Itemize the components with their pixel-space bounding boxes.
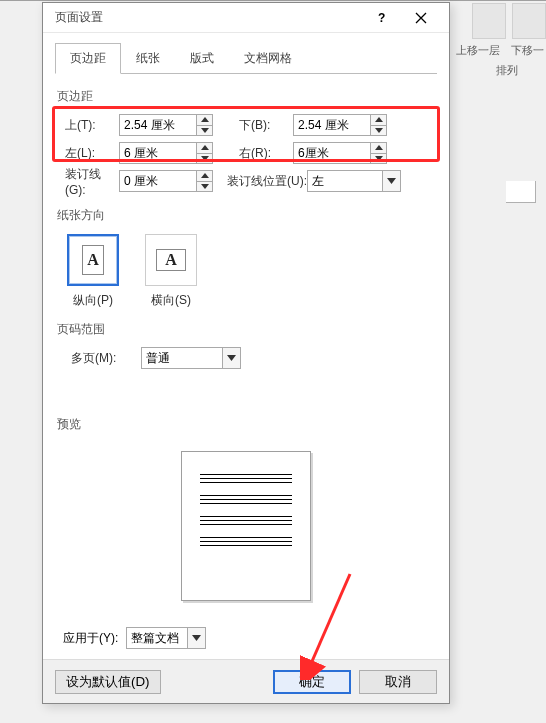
tab-margin[interactable]: 页边距 bbox=[55, 43, 121, 74]
top-up-icon[interactable] bbox=[197, 115, 212, 126]
chevron-down-icon[interactable] bbox=[187, 628, 205, 648]
gutterpos-value: 左 bbox=[308, 173, 382, 190]
tab-layout[interactable]: 版式 bbox=[175, 43, 229, 74]
chevron-down-icon[interactable] bbox=[382, 171, 400, 191]
close-button[interactable] bbox=[401, 4, 441, 32]
left-label: 左(L): bbox=[57, 145, 119, 162]
ribbon-arrange-label: 排列 bbox=[496, 63, 518, 78]
page-preview bbox=[181, 451, 311, 601]
bottom-label: 下(B): bbox=[231, 117, 293, 134]
help-button[interactable]: ? bbox=[361, 4, 401, 32]
section-orientation-label: 纸张方向 bbox=[57, 207, 435, 224]
orientation-landscape[interactable]: A 横向(S) bbox=[145, 234, 197, 309]
gutter-spinner[interactable] bbox=[119, 170, 213, 192]
chevron-down-icon[interactable] bbox=[222, 348, 240, 368]
page-setup-dialog: 页面设置 ? 页边距 纸张 版式 文档网格 页边距 上(T): 下(B): bbox=[42, 2, 450, 704]
ribbon-front-label: 上移一层 bbox=[456, 43, 500, 58]
bring-forward-icon bbox=[472, 3, 506, 39]
bottom-up-icon[interactable] bbox=[371, 115, 386, 126]
section-preview-label: 预览 bbox=[57, 416, 435, 433]
right-up-icon[interactable] bbox=[371, 143, 386, 154]
row-left-right: 左(L): 右(R): bbox=[57, 139, 435, 167]
applyto-label: 应用于(Y): bbox=[63, 630, 118, 647]
tab-strip: 页边距 纸张 版式 文档网格 bbox=[43, 33, 449, 74]
gutter-up-icon[interactable] bbox=[197, 171, 212, 182]
left-down-icon[interactable] bbox=[197, 154, 212, 164]
bottom-down-icon[interactable] bbox=[371, 126, 386, 136]
ribbon-back-label: 下移一 bbox=[511, 43, 544, 58]
left-up-icon[interactable] bbox=[197, 143, 212, 154]
portrait-label: 纵向(P) bbox=[73, 292, 113, 309]
cancel-button[interactable]: 取消 bbox=[359, 670, 437, 694]
orientation-portrait[interactable]: A 纵向(P) bbox=[67, 234, 119, 309]
section-pagerange-label: 页码范围 bbox=[57, 321, 435, 338]
landscape-icon: A bbox=[145, 234, 197, 286]
send-backward-icon bbox=[512, 3, 546, 39]
landscape-label: 横向(S) bbox=[151, 292, 191, 309]
multipage-label: 多页(M): bbox=[63, 350, 141, 367]
left-spinner[interactable] bbox=[119, 142, 213, 164]
row-top-bottom: 上(T): 下(B): bbox=[57, 111, 435, 139]
dialog-body: 页边距 上(T): 下(B): 左(L): bbox=[43, 74, 449, 659]
gutterpos-label: 装订线位置(U): bbox=[223, 173, 307, 190]
bottom-spinner[interactable] bbox=[293, 114, 387, 136]
right-label: 右(R): bbox=[231, 145, 293, 162]
orientation-row: A 纵向(P) A 横向(S) bbox=[57, 230, 435, 311]
top-label: 上(T): bbox=[57, 117, 119, 134]
row-applyto: 应用于(Y): 整篇文档 bbox=[57, 615, 435, 655]
bottom-input[interactable] bbox=[294, 115, 370, 135]
right-input[interactable] bbox=[294, 143, 370, 163]
tab-paper[interactable]: 纸张 bbox=[121, 43, 175, 74]
right-spinner[interactable] bbox=[293, 142, 387, 164]
left-input[interactable] bbox=[120, 143, 196, 163]
applyto-value: 整篇文档 bbox=[127, 630, 187, 647]
top-spinner[interactable] bbox=[119, 114, 213, 136]
dialog-title: 页面设置 bbox=[51, 9, 361, 26]
multipage-select[interactable]: 普通 bbox=[141, 347, 241, 369]
ok-button[interactable]: 确定 bbox=[273, 670, 351, 694]
top-down-icon[interactable] bbox=[197, 126, 212, 136]
titlebar: 页面设置 ? bbox=[43, 3, 449, 33]
svg-text:?: ? bbox=[378, 12, 385, 24]
right-down-icon[interactable] bbox=[371, 154, 386, 164]
applyto-select[interactable]: 整篇文档 bbox=[126, 627, 206, 649]
gutter-down-icon[interactable] bbox=[197, 182, 212, 192]
gutterpos-select[interactable]: 左 bbox=[307, 170, 401, 192]
portrait-icon: A bbox=[67, 234, 119, 286]
doc-corner bbox=[506, 181, 536, 203]
top-input[interactable] bbox=[120, 115, 196, 135]
multipage-value: 普通 bbox=[142, 350, 222, 367]
row-multipage: 多页(M): 普通 bbox=[57, 344, 435, 372]
dialog-footer: 设为默认值(D) 确定 取消 bbox=[43, 659, 449, 703]
gutter-label: 装订线(G): bbox=[57, 166, 119, 197]
section-margins-label: 页边距 bbox=[57, 88, 435, 105]
set-default-button[interactable]: 设为默认值(D) bbox=[55, 670, 161, 694]
tab-docgrid[interactable]: 文档网格 bbox=[229, 43, 307, 74]
gutter-input[interactable] bbox=[120, 171, 196, 191]
row-gutter: 装订线(G): 装订线位置(U): 左 bbox=[57, 167, 435, 195]
